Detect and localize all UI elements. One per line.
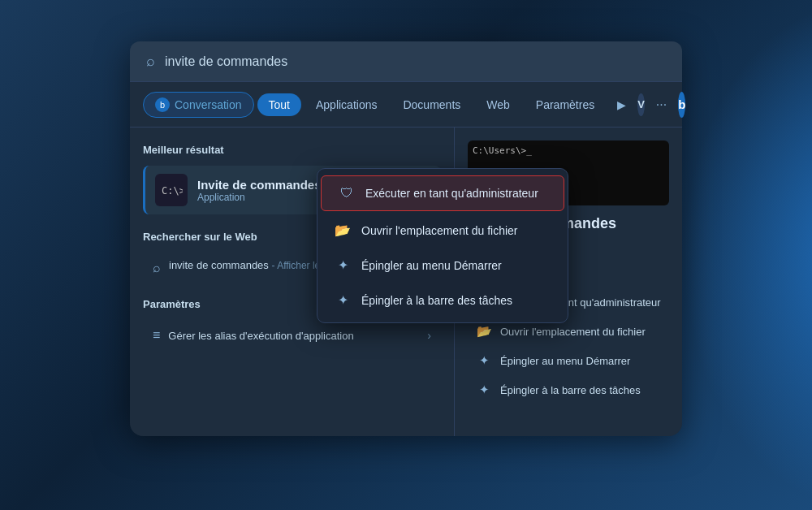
settings-alias-arrow: › [427, 329, 431, 342]
tab-parametres-label: Paramètres [536, 98, 594, 111]
settings-alias-icon: ≡ [153, 328, 160, 343]
right-pin-taskbar-icon: ✦ [476, 382, 492, 397]
settings-alias-label: Gérer les alias d'exécution d'applicatio… [168, 330, 419, 342]
tab-parametres[interactable]: Paramètres [525, 93, 606, 116]
tab-web[interactable]: Web [475, 93, 521, 116]
right-action-pin-start[interactable]: ✦ Épingler au menu Démarrer [468, 347, 669, 374]
context-menu: 🛡 Exécuter en tant qu'administrateur 📂 O… [317, 168, 568, 323]
context-menu-open-location-label: Ouvrir l'emplacement du fichier [361, 224, 518, 237]
right-pin-start-icon: ✦ [476, 353, 492, 368]
tab-documents-label: Documents [403, 98, 460, 111]
run-admin-icon: 🛡 [338, 186, 356, 201]
pin-start-icon: ✦ [334, 257, 352, 273]
settings-item-alias[interactable]: ≡ Gérer les alias d'exécution d'applicat… [143, 320, 441, 351]
main-content: Meilleur résultat C:\>_ Invite de comman… [130, 128, 682, 436]
right-action-pin-taskbar-label: Épingler à la barre des tâches [500, 384, 641, 396]
context-menu-item-pin-start[interactable]: ✦ Épingler au menu Démarrer [317, 248, 568, 283]
best-result-app-type: Application [197, 192, 322, 203]
best-result-app-info: Invite de commandes Application [197, 178, 322, 203]
right-action-pin-start-label: Épingler au menu Démarrer [500, 355, 630, 367]
right-action-open-location-label: Ouvrir l'emplacement du fichier [500, 326, 646, 338]
context-menu-item-run-admin[interactable]: 🛡 Exécuter en tant qu'administrateur [321, 175, 564, 211]
context-menu-run-admin-label: Exécuter en tant qu'administrateur [365, 187, 538, 200]
bing-icon-main[interactable]: b [678, 92, 685, 118]
tab-conversation[interactable]: b Conversation [143, 92, 254, 118]
context-menu-item-open-location[interactable]: 📂 Ouvrir l'emplacement du fichier [317, 213, 568, 248]
tabs-bar: b Conversation Tout Applications Documen… [130, 82, 682, 128]
context-menu-pin-start-label: Épingler au menu Démarrer [361, 259, 502, 272]
web-query-value: invite de commandes [169, 259, 269, 271]
right-action-pin-taskbar[interactable]: ✦ Épingler à la barre des tâches [468, 376, 669, 404]
best-result-title: Meilleur résultat [143, 144, 441, 156]
left-panel: Meilleur résultat C:\>_ Invite de comman… [130, 128, 455, 436]
open-location-icon: 📂 [334, 223, 352, 238]
tab-web-label: Web [486, 98, 510, 111]
right-open-location-icon: 📂 [476, 324, 492, 339]
cmd-preview-text: C:\Users\>_ [473, 145, 532, 156]
cmd-icon: C:\>_ [155, 174, 188, 206]
pin-taskbar-icon: ✦ [334, 292, 352, 308]
tab-documents[interactable]: Documents [391, 93, 472, 116]
tab-tout[interactable]: Tout [257, 93, 301, 116]
tab-conversation-label: Conversation [175, 98, 242, 111]
search-input[interactable] [165, 54, 666, 69]
search-bar: ⌕ [130, 41, 682, 82]
best-result-app-name: Invite de commandes [197, 178, 322, 192]
svg-text:C:\>_: C:\>_ [162, 185, 183, 197]
tab-applications-label: Applications [316, 98, 378, 111]
search-icon: ⌕ [146, 53, 155, 70]
context-menu-item-pin-taskbar[interactable]: ✦ Épingler à la barre des tâches [317, 283, 568, 318]
search-panel: ⌕ b Conversation Tout Applications Docum… [130, 41, 682, 436]
tab-applications[interactable]: Applications [304, 93, 389, 116]
tab-more-button[interactable]: ··· [648, 93, 675, 117]
background-decoration [682, 0, 812, 510]
context-menu-pin-taskbar-label: Épingler à la barre des tâches [361, 294, 512, 307]
tab-tout-label: Tout [269, 98, 290, 111]
tab-play-button[interactable]: ▶ [609, 93, 634, 116]
web-search-icon: ⌕ [153, 261, 161, 275]
tab-v-letter[interactable]: V [637, 93, 645, 116]
bing-icon-conversation: b [155, 97, 170, 112]
